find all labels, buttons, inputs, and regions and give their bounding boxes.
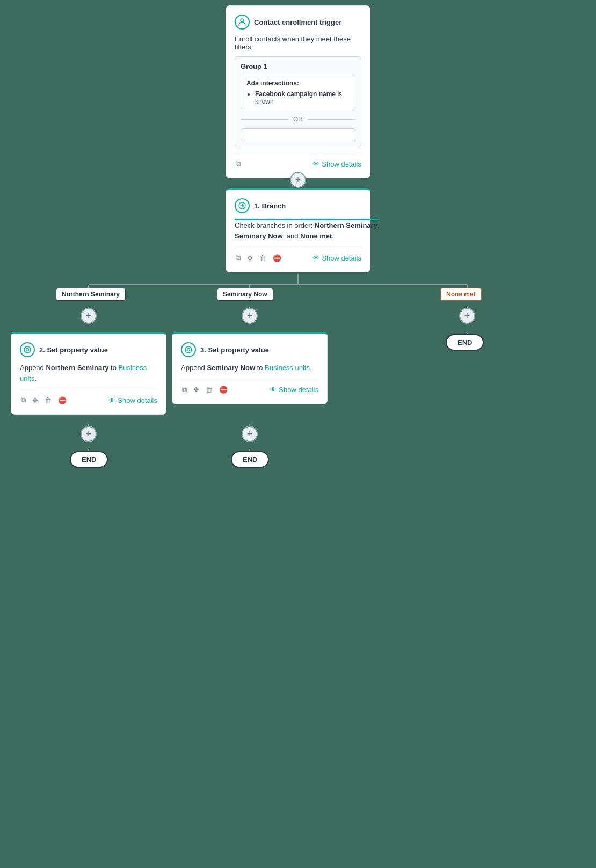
- add-step-seminary-now[interactable]: +: [242, 308, 258, 324]
- branch-body: Check branches in order: Northern Semina…: [235, 219, 380, 241]
- group-title: Group 1: [241, 62, 355, 70]
- plus-icon-after-sp1: +: [86, 429, 92, 440]
- set-prop-2-icon: [181, 342, 196, 357]
- plus-icon-none-met: +: [464, 310, 470, 322]
- or-divider: OR: [241, 115, 355, 123]
- end-button-none-met[interactable]: END: [446, 334, 484, 351]
- branch-footer-icons: ⧉ ✥ 🗑 ⛔: [235, 252, 282, 263]
- show-details-branch[interactable]: 👁 Show details: [312, 254, 361, 262]
- filter-box: Ads interactions: Facebook campaign name…: [241, 75, 355, 110]
- set-prop-1-footer: ⧉ ✥ 🗑 ⛔ 👁 Show details: [20, 390, 157, 406]
- trigger-card: Contact enrollment trigger Enroll contac…: [226, 5, 370, 178]
- show-details-sp2[interactable]: 👁 Show details: [270, 386, 318, 394]
- copy-sp1-icon[interactable]: ⧉: [20, 395, 27, 406]
- delete-sp2-icon[interactable]: 🗑: [205, 385, 214, 395]
- group-box: Group 1 Ads interactions: Facebook campa…: [235, 56, 361, 147]
- branch-name-3: None met: [300, 232, 332, 240]
- copy-branch-icon[interactable]: ⧉: [235, 252, 242, 263]
- set-prop-2-header: 3. Set property value: [181, 342, 318, 357]
- svg-point-17: [241, 19, 244, 22]
- trigger-footer: ⧉ 👁 Show details: [235, 154, 361, 169]
- branch-body-prefix: Check branches in order:: [235, 221, 315, 229]
- end-button-northern[interactable]: END: [70, 451, 108, 468]
- filter-box-title: Ads interactions:: [246, 79, 350, 87]
- show-details-sp1[interactable]: 👁 Show details: [108, 396, 157, 404]
- set-prop-1-icon: [20, 342, 35, 357]
- branch-card-header: 1. Branch: [235, 198, 361, 213]
- svg-point-20: [26, 349, 29, 351]
- branch-label-seminary-now: Seminary Now: [217, 288, 273, 301]
- card-header: Contact enrollment trigger: [235, 15, 361, 30]
- move-branch-icon[interactable]: ✥: [246, 253, 254, 263]
- svg-point-19: [24, 346, 31, 353]
- branch-name-1: Northern Seminary: [315, 221, 377, 229]
- branch-title: 1. Branch: [254, 202, 286, 210]
- trigger-title: Contact enrollment trigger: [254, 18, 341, 26]
- branch-icon: [235, 198, 250, 213]
- set-prop-1-title: 2. Set property value: [39, 346, 108, 354]
- set-prop-2-title: 3. Set property value: [200, 346, 269, 354]
- branch-name-2: Seminary Now: [235, 232, 283, 240]
- set-property-card-2: 3. Set property value Append Seminary No…: [172, 332, 328, 404]
- add-step-after-sp1[interactable]: +: [81, 426, 97, 442]
- svg-point-21: [185, 346, 192, 353]
- set-prop-1-header: 2. Set property value: [20, 342, 157, 357]
- or-partial-box: [241, 128, 355, 141]
- copy-sp2-icon[interactable]: ⧉: [181, 385, 188, 395]
- branch-label-northern: Northern Seminary: [56, 288, 126, 301]
- filter-item: Facebook campaign name is known: [255, 90, 350, 105]
- set-prop-1-icons: ⧉ ✥ 🗑 ⛔: [20, 395, 68, 406]
- eye-icon: 👁: [312, 160, 319, 168]
- plus-icon-northern: +: [86, 310, 92, 322]
- plus-icon-1: +: [295, 175, 301, 186]
- or-label: OR: [293, 115, 303, 123]
- eye-branch-icon: 👁: [312, 254, 319, 262]
- delete-branch-icon[interactable]: 🗑: [258, 253, 267, 263]
- contact-icon: [235, 15, 250, 30]
- svg-point-22: [187, 349, 190, 351]
- copy-icon[interactable]: ⧉: [235, 158, 242, 169]
- plus-icon-after-sp2: +: [247, 429, 253, 440]
- trash-sp2-icon[interactable]: ⛔: [218, 385, 229, 395]
- trigger-subtitle: Enroll contacts when they meet these fil…: [235, 35, 361, 51]
- move-sp2-icon[interactable]: ✥: [192, 385, 200, 395]
- add-step-btn-1[interactable]: +: [290, 172, 306, 188]
- branch-footer: ⧉ ✥ 🗑 ⛔ 👁 Show details: [235, 248, 361, 263]
- add-step-none-met[interactable]: +: [459, 308, 475, 324]
- delete-sp1-icon[interactable]: 🗑: [43, 395, 53, 406]
- add-step-after-sp2[interactable]: +: [242, 426, 258, 442]
- set-prop-2-footer: ⧉ ✥ 🗑 ⛔ 👁 Show details: [181, 380, 318, 395]
- footer-icons: ⧉: [235, 158, 242, 169]
- eye-sp2-icon: 👁: [270, 386, 277, 394]
- set-prop-2-icons: ⧉ ✥ 🗑 ⛔: [181, 385, 229, 395]
- trash-branch-icon[interactable]: ⛔: [272, 253, 282, 263]
- eye-sp1-icon: 👁: [108, 396, 115, 404]
- move-sp1-icon[interactable]: ✥: [31, 395, 39, 406]
- branch-label-none-met: None met: [440, 288, 482, 301]
- filter-bold: Facebook campaign name: [255, 90, 336, 98]
- set-prop-2-body: Append Seminary Now to Business units.: [181, 363, 318, 373]
- add-step-northern[interactable]: +: [81, 308, 97, 324]
- set-prop-1-body: Append Northern Seminary to Business uni…: [20, 363, 157, 384]
- end-button-seminary-now[interactable]: END: [231, 451, 269, 468]
- plus-icon-seminary-now: +: [247, 310, 253, 322]
- set-property-card-1: 2. Set property value Append Northern Se…: [11, 332, 166, 415]
- branch-card: 1. Branch Check branches in order: North…: [226, 188, 370, 272]
- trash-sp1-icon[interactable]: ⛔: [57, 395, 68, 406]
- show-details-trigger[interactable]: 👁 Show details: [312, 160, 361, 168]
